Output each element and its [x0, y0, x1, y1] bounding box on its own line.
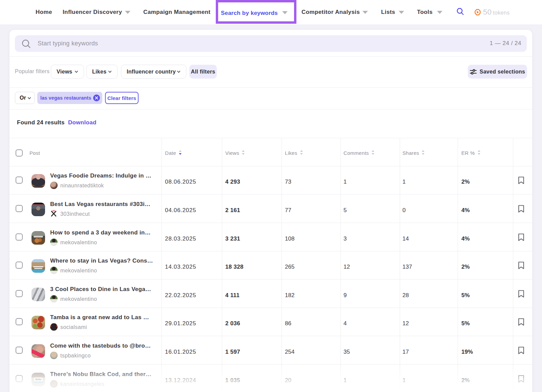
svg-text:303: 303 — [53, 210, 55, 212]
